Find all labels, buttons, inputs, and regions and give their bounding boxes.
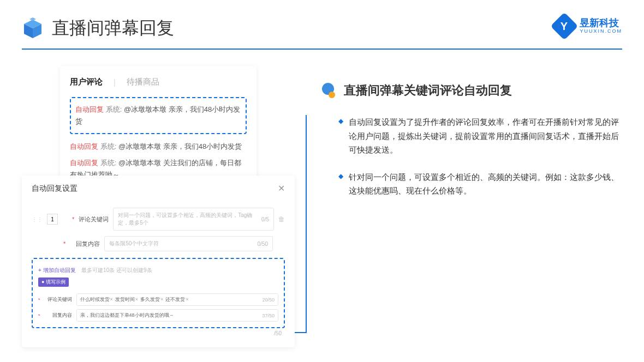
brand-name: 昱新科技 — [580, 18, 622, 29]
add-auto-reply-link[interactable]: + 增加自动回复 — [38, 267, 76, 273]
tab-user-comments[interactable]: 用户评论 — [70, 77, 103, 87]
required-star: * — [72, 216, 74, 222]
comments-card: 用户评论 | 待播商品 自动回复 系统: @冰墩墩本墩 亲亲，我们48小时内发货… — [60, 66, 257, 192]
ex-keyword-label: 评论关键词 — [45, 296, 72, 303]
bullet-item: ◆ 自动回复设置为了提升作者的评论回复效率，作者可在开播前针对常见的评论用户问题… — [322, 115, 622, 157]
close-icon[interactable]: ✕ — [278, 183, 285, 194]
keyword-chip: 多久发货× — [140, 296, 163, 303]
content-label: 回复内容 — [70, 240, 100, 248]
keyword-input[interactable]: 对同一个问题，可设置多个相近，高频的关键词，Tag确定，最多5个 0/5 — [113, 208, 274, 231]
brand-logo: Y 昱新科技 YUUXIN.COM — [554, 16, 622, 36]
add-hint: 最多可建10条 还可以创建9条 — [81, 267, 152, 273]
diamond-icon: ◆ — [338, 117, 343, 157]
tab-divider: | — [114, 77, 116, 87]
bullet-text: 自动回复设置为了提升作者的评论回复效率，作者可在开播前针对常见的评论用户问题，提… — [349, 115, 622, 157]
cube-icon — [22, 17, 44, 39]
example-badge: ● 填写示例 — [38, 277, 69, 287]
bullet-item: ◆ 针对同一个问题，可设置多个相近的、高频的关键词。例如：这款多少钱、这块能优惠… — [322, 170, 622, 198]
ex-content-label: 回复内容 — [45, 312, 72, 319]
page-title: 直播间弹幕回复 — [52, 16, 174, 40]
highlighted-comment: 自动回复 系统: @冰墩墩本墩 亲亲，我们48小时内发货 — [70, 97, 247, 134]
section-title: 直播间弹幕关键词评论自动回复 — [344, 82, 512, 99]
keyword-chip: 发货时间× — [115, 296, 138, 303]
svg-marker-3 — [29, 17, 36, 21]
tab-pending-goods[interactable]: 待播商品 — [127, 77, 159, 87]
outer-counter: /50 — [32, 330, 285, 336]
section-bullet-icon — [322, 83, 337, 98]
settings-title: 自动回复设置 — [32, 184, 77, 194]
bullet-text: 针对同一个问题，可设置多个相近的、高频的关键词。例如：这款多少钱、这块能优惠吗、… — [349, 170, 622, 198]
rule-number: 1 — [47, 214, 58, 225]
ex-keyword-input[interactable]: 什么时候发货× 发货时间× 多久发货× 还不发货× 20/50 — [76, 293, 278, 306]
drag-handle-icon[interactable]: ⋮⋮ — [32, 216, 43, 222]
keyword-chip: 什么时候发货× — [80, 296, 113, 303]
keyword-label: 评论关键词 — [79, 215, 109, 224]
settings-card: 自动回复设置 ✕ ⋮⋮ 1 * 评论关键词 对同一个问题，可设置多个相近，高频的… — [22, 176, 295, 347]
ex-content-input[interactable]: 亲，我们这边都是下单48小时内发货的哦～ 37/50 — [76, 309, 278, 322]
content-input[interactable]: 每条限50个中文字符 0/50 — [104, 236, 273, 251]
keyword-chip: 还不发货× — [165, 296, 188, 303]
system-prefix: 系统: — [106, 105, 122, 113]
example-box: + 增加自动回复 最多可建10条 还可以创建9条 ● 填写示例 * 评论关键词 … — [32, 258, 285, 328]
diamond-icon: ◆ — [338, 172, 343, 198]
delete-icon[interactable]: 🗑 — [278, 215, 285, 223]
auto-reply-tag: 自动回复 — [75, 105, 104, 113]
comment-item: 自动回复 系统: @冰墩墩本墩 亲亲，我们48小时内发货 — [70, 141, 247, 153]
brand-url: YUUXIN.COM — [580, 29, 622, 34]
